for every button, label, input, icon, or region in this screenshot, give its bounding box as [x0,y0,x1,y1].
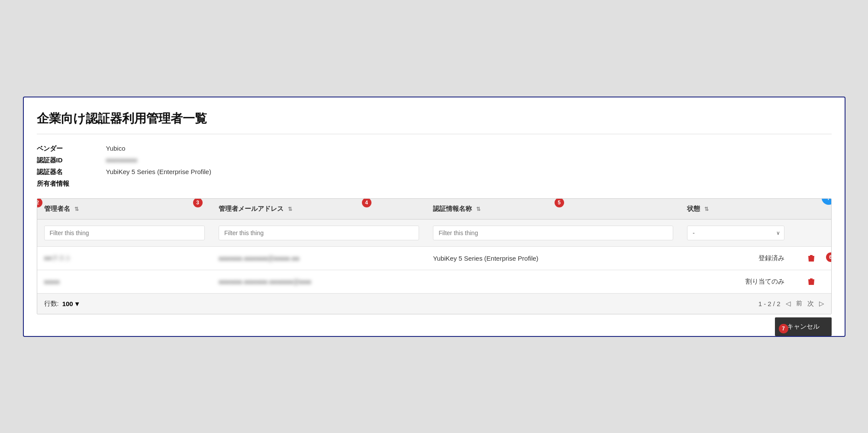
sort-icon-email[interactable]: ⇅ [288,206,292,212]
cell-auth-2 [426,270,680,293]
filter-cell-email [212,219,426,246]
prev-icon: ◁ [786,300,791,307]
table-wrapper: 1 2 3 4 5 6 管理者名 ⇅ 管理者メールアドレス ⇅ [37,198,832,314]
table-row: ●●●● ●●●●●●.●●●●●●.●●●●●●@●●● 割り当てのみ [37,270,831,293]
next-button[interactable]: 次 [807,300,814,308]
page-title: 企業向け認証器利用管理者一覧 [37,110,832,134]
rows-select[interactable]: 100 ▼ [62,300,81,307]
main-panel: 企業向け認証器利用管理者一覧 ベンダー Yubico 認証器ID ●●●●●●●… [23,97,845,337]
badge-5: 5 [555,198,564,207]
cell-name-2: ●●●● [37,270,212,293]
trash-icon-1 [807,254,815,262]
delete-button-1[interactable] [805,253,818,263]
vendor-value: Yubico [106,145,832,153]
filter-cell-name [37,219,212,246]
sort-icon-name[interactable]: ⇅ [74,206,79,212]
filter-select-wrapper: - 登録済み 割り当てのみ [687,226,784,240]
table-header-row: 管理者名 ⇅ 管理者メールアドレス ⇅ 認証情報名称 ⇅ 状態 ⇅ [37,199,831,220]
owner-label: 所有者情報 [37,180,97,188]
cell-action-2 [791,270,831,293]
table-row: ●●テスト ●●●●●●.●●●●●●@●●●●.●● YubiKey 5 Se… [37,246,831,270]
authenticator-id-value: ●●●●●●●● [106,156,832,165]
cell-action-1 [791,246,831,270]
data-table: 管理者名 ⇅ 管理者メールアドレス ⇅ 認証情報名称 ⇅ 状態 ⇅ [37,199,831,293]
badge-3: 3 [193,198,203,207]
filter-input-email[interactable] [219,226,419,240]
table-body: ●●テスト ●●●●●●.●●●●●●@●●●●.●● YubiKey 5 Se… [37,246,831,293]
delete-button-2[interactable] [805,276,818,287]
cell-email-2: ●●●●●●.●●●●●●.●●●●●●@●●● [212,270,426,293]
cell-status-2: 割り当てのみ [680,270,791,293]
cell-status-1: 登録済み [680,246,791,270]
rows-label: 行数: [44,300,59,308]
authenticator-name-label: 認証器名 [37,168,97,176]
cell-auth-1: YubiKey 5 Series (Enterprise Profile) [426,246,680,270]
badge-4: 4 [362,198,371,207]
filter-cell-status: - 登録済み 割り当てのみ [680,219,791,246]
authenticator-name-value: YubiKey 5 Series (Enterprise Profile) [106,168,832,176]
filter-input-auth[interactable] [433,226,673,240]
next-icon: ▷ [819,300,824,307]
badge-7: 7 [779,324,788,333]
col-header-auth: 認証情報名称 ⇅ [426,199,680,220]
owner-value [106,180,832,188]
pagination: 1 - 2 / 2 ◁ 前 次 ▷ [758,300,824,308]
table-filter-row: - 登録済み 割り当てのみ [37,219,831,246]
filter-input-name[interactable] [44,226,205,240]
filter-cell-action [791,219,831,246]
sort-icon-status[interactable]: ⇅ [704,206,709,212]
col-header-email: 管理者メールアドレス ⇅ [212,199,426,220]
rows-section: 行数: 100 ▼ [44,300,81,308]
vendor-label: ベンダー [37,145,97,153]
cell-name-1: ●●テスト [37,246,212,270]
authenticator-id-label: 認証器ID [37,156,97,165]
pagination-info: 1 - 2 / 2 [758,300,781,307]
filter-select-status[interactable]: - 登録済み 割り当てのみ [687,226,784,240]
col-header-status: 状態 ⇅ [680,199,791,220]
sort-icon-auth[interactable]: ⇅ [476,206,481,212]
info-section: ベンダー Yubico 認証器ID ●●●●●●●● 認証器名 YubiKey … [37,145,832,188]
prev-button[interactable]: 前 [796,300,802,307]
table-footer: 行数: 100 ▼ 1 - 2 / 2 ◁ 前 次 ▷ [37,293,831,314]
cell-email-1: ●●●●●●.●●●●●●@●●●●.●● [212,246,426,270]
filter-cell-auth [426,219,680,246]
col-header-name: 管理者名 ⇅ [37,199,212,220]
trash-icon-2 [807,277,815,286]
